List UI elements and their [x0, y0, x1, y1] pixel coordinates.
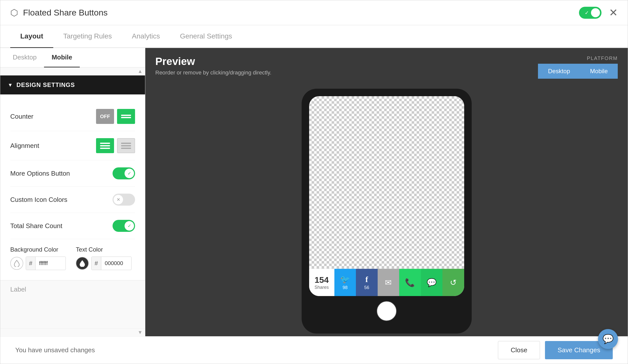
- color-section: Background Color # ffffff: [10, 239, 135, 273]
- background-color-swatch[interactable]: [10, 257, 23, 270]
- more-options-toggle[interactable]: [113, 167, 135, 179]
- settings-panel: ▼ DESIGN SETTINGS Counter OFF: [0, 75, 145, 298]
- subtab-mobile[interactable]: Mobile: [44, 48, 80, 67]
- background-color-label: Background Color: [10, 246, 66, 253]
- email-share-button[interactable]: ✉: [378, 269, 399, 296]
- platform-desktop-button[interactable]: Desktop: [538, 64, 580, 79]
- alignment-setting-row: Alignment: [10, 131, 135, 160]
- toggle-knob: [591, 8, 600, 17]
- bottom-bar: You have unsaved changes Close Save Chan…: [0, 336, 628, 364]
- share-bar: 154 Shares 🐦 98 f 56: [309, 269, 464, 296]
- sms-share-button[interactable]: 💬: [421, 269, 443, 296]
- counter-off-button[interactable]: OFF: [96, 109, 114, 124]
- main-tabs: Layout Targeting Rules Analytics General…: [0, 25, 628, 48]
- phone-screen: 154 Shares 🐦 98 f 56: [309, 96, 464, 296]
- home-circle-button[interactable]: [377, 301, 397, 321]
- counter-controls: OFF: [96, 109, 135, 124]
- text-color-label: Text Color: [76, 246, 131, 253]
- phone-frame: 154 Shares 🐦 98 f 56: [302, 89, 472, 334]
- custom-icon-colors-toggle[interactable]: [113, 194, 135, 206]
- total-share-count-toggle[interactable]: [113, 220, 135, 232]
- sms-icon: 💬: [427, 278, 437, 287]
- background-color-group: Background Color # ffffff: [10, 246, 66, 270]
- background-color-hash: #: [26, 257, 36, 270]
- facebook-icon: f: [365, 275, 368, 284]
- twitter-icon: 🐦: [340, 275, 350, 284]
- close-button[interactable]: Close: [498, 341, 540, 359]
- label-row: Label: [0, 280, 145, 298]
- background-color-hash-box: # ffffff: [26, 257, 66, 270]
- more-share-button[interactable]: ↺: [442, 269, 464, 296]
- more-options-label: More Options Button: [10, 170, 70, 177]
- checkerboard-bg: [309, 96, 464, 269]
- text-color-hash-box: # 000000: [91, 257, 131, 270]
- scroll-down-icon[interactable]: ▼: [138, 330, 143, 335]
- scroll-up-icon[interactable]: ▲: [138, 68, 143, 74]
- left-panel: Desktop Mobile ▲ ▼ DESIGN SETTINGS Count…: [0, 48, 145, 336]
- custom-icon-colors-toggle-knob: [114, 195, 123, 204]
- counter-label: Counter: [10, 113, 34, 120]
- total-share-count-label: Total Share Count: [10, 222, 62, 230]
- preview-header: Preview Reorder or remove by clicking/dr…: [145, 48, 628, 84]
- preview-subtitle: Reorder or remove by clicking/dragging d…: [155, 69, 271, 76]
- preview-area: 154 Shares 🐦 98 f 56: [145, 84, 628, 336]
- platform-buttons: Desktop Mobile: [538, 64, 618, 79]
- share-icon: ⬡: [10, 7, 18, 18]
- background-color-value[interactable]: ffffff: [36, 257, 66, 270]
- twitter-share-button[interactable]: 🐦 98: [334, 269, 356, 296]
- sub-tabs: Desktop Mobile: [0, 48, 145, 67]
- right-panel: Preview Reorder or remove by clicking/dr…: [145, 48, 628, 336]
- close-window-button[interactable]: ✕: [609, 7, 618, 18]
- more-icon: ↺: [450, 278, 457, 287]
- label-text: Label: [10, 286, 26, 293]
- bottom-actions: Close Save Changes: [498, 341, 613, 359]
- tab-layout[interactable]: Layout: [10, 25, 53, 48]
- platform-label: PLATFORM: [587, 55, 618, 61]
- email-icon: ✉: [385, 278, 392, 287]
- window-title: Floated Share Buttons: [23, 8, 108, 17]
- window-enabled-toggle[interactable]: [579, 7, 601, 19]
- total-share-count-number: 154: [315, 275, 329, 285]
- text-color-value[interactable]: 000000: [101, 257, 131, 270]
- whatsapp-share-button[interactable]: 📞: [399, 269, 421, 296]
- alignment-right-button[interactable]: [117, 138, 135, 153]
- whatsapp-icon: 📞: [405, 278, 415, 287]
- subtab-desktop[interactable]: Desktop: [5, 48, 44, 67]
- platform-mobile-button[interactable]: Mobile: [580, 64, 618, 79]
- platform-selector: PLATFORM Desktop Mobile: [538, 55, 618, 79]
- water-drop-icon: [13, 260, 20, 267]
- facebook-count: 56: [364, 285, 369, 290]
- unsaved-changes-message: You have unsaved changes: [15, 346, 95, 354]
- title-bar-right: ✕: [579, 7, 618, 19]
- twitter-count: 98: [343, 285, 348, 290]
- tab-general-settings[interactable]: General Settings: [170, 25, 242, 48]
- share-count-box: 154 Shares: [309, 269, 334, 296]
- settings-body: Counter OFF: [0, 94, 145, 280]
- tab-targeting-rules[interactable]: Targeting Rules: [53, 25, 122, 48]
- alignment-controls: [96, 138, 135, 153]
- background-color-input-row: # ffffff: [10, 257, 66, 270]
- counter-on-button[interactable]: [117, 109, 135, 124]
- total-share-count-text: Shares: [315, 285, 329, 290]
- preview-title-area: Preview Reorder or remove by clicking/dr…: [155, 55, 271, 76]
- water-drop-filled-icon: [79, 260, 86, 267]
- facebook-share-button[interactable]: f 56: [356, 269, 378, 296]
- home-button-area: [309, 296, 464, 326]
- title-bar: ⬡ Floated Share Buttons ✕: [0, 0, 628, 25]
- text-color-swatch[interactable]: [76, 257, 89, 270]
- total-share-count-setting-row: Total Share Count: [10, 213, 135, 239]
- text-color-group: Text Color # 000000: [76, 246, 131, 270]
- tab-analytics[interactable]: Analytics: [122, 25, 170, 48]
- chat-bubble-button[interactable]: 💬: [598, 329, 618, 349]
- alignment-left-button[interactable]: [96, 138, 114, 153]
- section-chevron-icon: ▼: [8, 82, 13, 88]
- alignment-label: Alignment: [10, 142, 39, 150]
- chat-icon: 💬: [602, 334, 614, 344]
- text-color-input-row: # 000000: [76, 257, 131, 270]
- main-content: Desktop Mobile ▲ ▼ DESIGN SETTINGS Count…: [0, 48, 628, 336]
- app-window: ⬡ Floated Share Buttons ✕ Layout Targeti…: [0, 0, 628, 364]
- total-share-count-toggle-knob: [125, 221, 134, 231]
- custom-icon-colors-label: Custom Icon Colors: [10, 196, 67, 204]
- design-settings-header[interactable]: ▼ DESIGN SETTINGS: [0, 75, 145, 94]
- design-settings-label: DESIGN SETTINGS: [17, 81, 75, 88]
